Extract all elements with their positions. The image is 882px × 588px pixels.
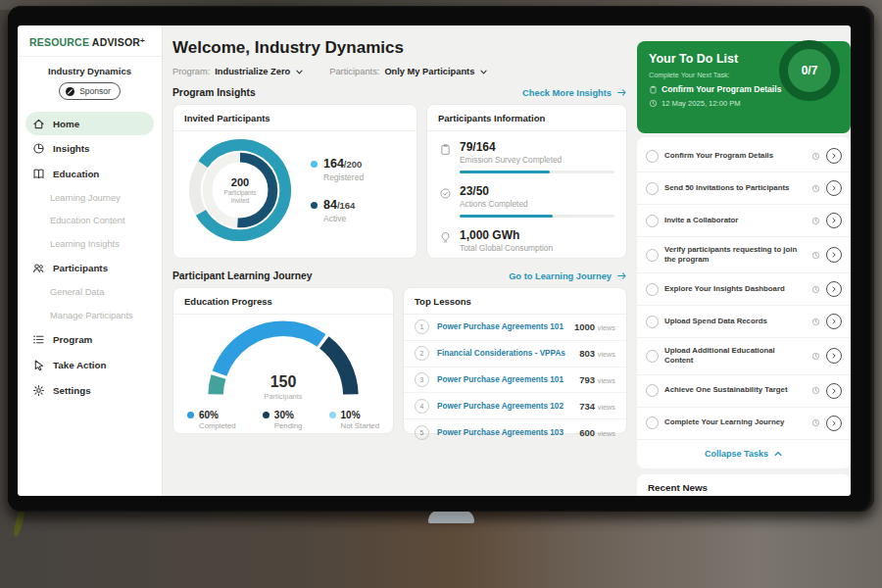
todo-task-row[interactable]: Confirm Your Program Details: [637, 140, 851, 172]
sidebar-item-education[interactable]: Education: [18, 161, 162, 186]
gauge-legend-item: 30%Pending: [263, 410, 303, 430]
participants-value: Only My Participants: [384, 67, 474, 76]
lesson-link[interactable]: Power Purchase Agreements 103: [437, 428, 579, 437]
lesson-rank: 5: [415, 425, 429, 440]
program-dropdown[interactable]: Program: Industrialize Zero: [172, 67, 304, 76]
collapse-tasks-link[interactable]: Collapse Tasks: [637, 440, 851, 465]
sponsor-icon: [65, 86, 75, 97]
todo-task-row[interactable]: Invite a Collaborator: [637, 205, 851, 237]
clock-icon: [811, 318, 820, 326]
sidebar-subitem-manage-participants[interactable]: Manage Participants: [18, 304, 162, 327]
clock-icon: [811, 285, 820, 294]
task-checkbox[interactable]: [646, 316, 659, 328]
sidebar-subitem-learning-journey[interactable]: Learning Journey: [18, 186, 162, 210]
task-label: Invite a Collaborator: [664, 216, 806, 225]
sidebar-subitem-education-content[interactable]: Education Content: [18, 210, 162, 233]
legend-item-registered: 164/200Registered: [311, 157, 364, 182]
sidebar-subitem-learning-insights[interactable]: Learning Insights: [18, 232, 162, 256]
sidebar: RESOURCE ADVISOR+ Industry Dynamics Spon…: [18, 25, 163, 496]
sidebar-item-label: Education: [53, 169, 99, 179]
clipboard-icon: [649, 85, 658, 94]
task-checkbox[interactable]: [646, 350, 659, 363]
legend-percent: 60%: [199, 410, 219, 420]
task-checkbox[interactable]: [646, 249, 659, 262]
sidebar-item-label: Settings: [53, 385, 91, 396]
legend-dot: [263, 412, 270, 418]
sidebar-item-take-action[interactable]: Take Action: [18, 353, 162, 378]
todo-next-task: Confirm Your Program Details: [662, 84, 781, 94]
sidebar-item-label: Program: [53, 334, 92, 345]
clock-icon: [811, 184, 820, 193]
clock-icon: [811, 152, 820, 161]
task-open-button[interactable]: [826, 416, 842, 431]
participants-label: Participants:: [329, 67, 379, 76]
todo-task-row[interactable]: Explore Your Insights Dashboard: [637, 273, 851, 306]
sidebar-item-home[interactable]: Home: [25, 112, 154, 135]
task-checkbox[interactable]: [646, 384, 659, 397]
legend-label: Not Started: [341, 421, 379, 430]
card-title: Top Lessons: [404, 288, 626, 315]
task-checkbox[interactable]: [646, 150, 659, 163]
go-to-learning-journey-link[interactable]: Go to Learning Journey: [509, 270, 627, 281]
task-open-button[interactable]: [826, 348, 842, 364]
info-row: 79/164Emission Survey Completed: [427, 131, 626, 175]
todo-tasks-card: Confirm Your Program DetailsSend 50 Invi…: [637, 137, 851, 468]
sidebar-item-label: Home: [53, 119, 79, 129]
legend-item-active: 84/164Active: [311, 198, 364, 223]
lesson-link[interactable]: Power Purchase Agreements 101: [437, 375, 579, 384]
task-open-button[interactable]: [826, 213, 842, 228]
todo-panel: Your To Do List Complete Your Next Task:…: [637, 25, 851, 496]
task-open-button[interactable]: [826, 281, 842, 297]
check-more-insights-link[interactable]: Check More Insights: [522, 87, 627, 98]
lesson-link[interactable]: Power Purchase Agreements 101: [437, 322, 574, 331]
todo-task-row[interactable]: Complete Your Learning Journey: [637, 408, 851, 440]
filters-row: Program: Industrialize Zero Participants…: [172, 67, 627, 76]
education-gauge-chart: 150 Participants: [203, 318, 364, 403]
sidebar-item-settings[interactable]: Settings: [18, 378, 162, 404]
task-label: Verify participants requesting to join t…: [664, 245, 806, 265]
sidebar-subitem-general-data[interactable]: General Data: [18, 281, 162, 305]
task-checkbox[interactable]: [646, 283, 659, 296]
task-checkbox[interactable]: [646, 182, 659, 195]
arrow-right-icon: [616, 87, 627, 98]
task-open-button[interactable]: [826, 180, 842, 196]
task-checkbox[interactable]: [646, 215, 659, 227]
participants-dropdown[interactable]: Participants: Only My Participants: [329, 67, 488, 76]
arrow-right-icon: [616, 270, 627, 281]
lesson-link[interactable]: Power Purchase Agreements 102: [437, 402, 579, 411]
todo-task-row[interactable]: Verify participants requesting to join t…: [637, 237, 851, 273]
info-label: Total Global Consumption: [460, 243, 614, 253]
todo-task-row[interactable]: Achieve One Sustainability Target: [637, 375, 851, 408]
todo-task-row[interactable]: Upload Spend Data Records: [637, 306, 851, 338]
lesson-views: 1000 views: [574, 321, 615, 332]
collapse-label: Collapse Tasks: [705, 449, 768, 459]
sidebar-item-label: Take Action: [53, 360, 106, 370]
sidebar-item-program[interactable]: Program: [18, 327, 162, 353]
invited-donut-chart: 200 Participants Invited: [187, 137, 293, 243]
sidebar-item-insights[interactable]: Insights: [18, 135, 162, 161]
info-row: 23/50Actions Completed: [427, 175, 626, 220]
sponsor-label: Sponsor: [79, 86, 111, 96]
link-label: Go to Learning Journey: [509, 271, 612, 281]
task-open-button[interactable]: [826, 148, 842, 164]
task-open-button[interactable]: [826, 247, 842, 263]
task-checkbox[interactable]: [646, 416, 659, 429]
gauge-center-label: Participants: [203, 392, 364, 401]
task-open-button[interactable]: [826, 314, 842, 329]
sidebar-item-participants[interactable]: Participants: [18, 256, 162, 281]
recent-news-title: Recent News: [637, 474, 851, 496]
donut-center-label: Participants Invited: [218, 189, 263, 205]
logo-advisor: ADVISOR: [92, 36, 140, 48]
scene: RESOURCE ADVISOR+ Industry Dynamics Spon…: [0, 0, 882, 588]
todo-task-row[interactable]: Send 50 Invitations to Participants: [637, 172, 851, 205]
progress-bar: [460, 171, 614, 174]
lesson-link[interactable]: Financial Considerations - VPPAs: [437, 349, 579, 358]
lesson-row: 2Financial Considerations - VPPAs803 vie…: [404, 340, 626, 367]
task-open-button[interactable]: [826, 383, 842, 399]
clock-icon: [811, 386, 820, 395]
lesson-rank: 3: [415, 372, 429, 387]
todo-task-row[interactable]: Upload Additional Educational Content: [637, 338, 851, 374]
legend-value: 84/164: [323, 198, 355, 212]
recent-news-card: Recent News: [637, 474, 851, 496]
dashboard-screen: RESOURCE ADVISOR+ Industry Dynamics Spon…: [18, 25, 851, 496]
